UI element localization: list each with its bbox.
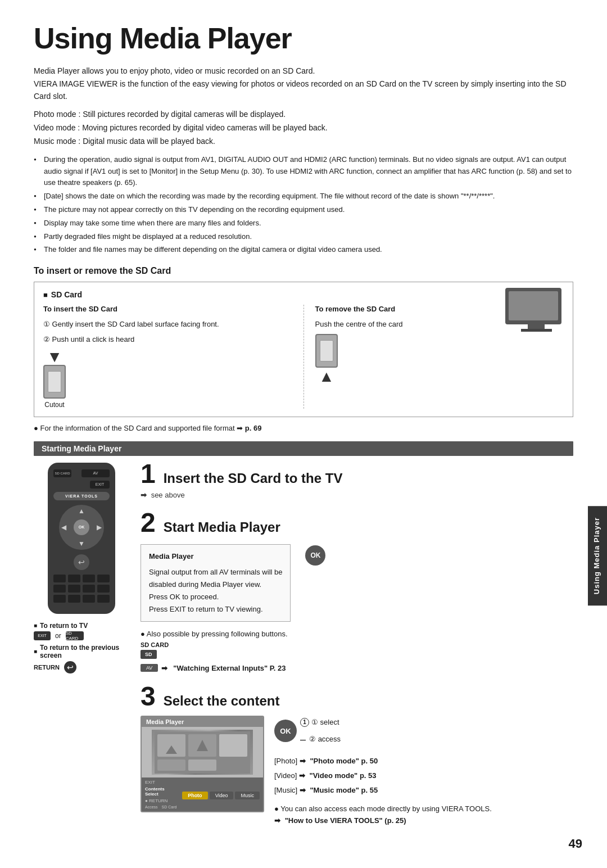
ok-select-area: OK 1 ① select – ② access [Photo] ➡ "Phot…: [274, 716, 492, 826]
viera-tools-ref: "How to Use VIERA TOOLS" (p. 25): [285, 816, 406, 825]
sd-insert-section: SD Card To insert the SD Card ① Gently i…: [34, 282, 573, 417]
return-to-tv-title: To return to TV: [34, 622, 129, 630]
sd-insert-title: To insert the SD Card: [43, 305, 292, 313]
sd-remove-diagram: ▼: [315, 334, 564, 386]
step2-row: Media Player Signal output from all AV t…: [141, 540, 573, 626]
remote-num-btn-2[interactable]: [68, 575, 80, 582]
return-mini-label: ● RETURN: [145, 798, 167, 803]
access-mini-label: Access: [145, 805, 158, 809]
bullet-1: During the operation, audio signal is ou…: [34, 154, 573, 189]
also-note: ● You can also access each mode directly…: [274, 803, 492, 827]
page-number: 49: [569, 837, 582, 851]
step2-title: Start Media Player: [164, 519, 280, 535]
info-ref: ● For the information of the SD Card and…: [34, 424, 573, 432]
music-button[interactable]: Music: [235, 792, 260, 799]
watching-text: "Watching External Inputs" P. 23: [173, 664, 286, 672]
step3-number: 3: [141, 683, 156, 710]
bullet-6: The folder and file names may be differe…: [34, 244, 573, 256]
steps-content: 1 Insert the SD Card to the TV ➡ see abo…: [129, 463, 573, 839]
remote-num-btn-3[interactable]: [83, 575, 95, 582]
mp-titlebar: Media Player: [142, 717, 263, 727]
tv-body: [505, 288, 561, 324]
step1-number: 1: [141, 460, 156, 487]
music-mode-text: Music mode : Digital music data will be …: [34, 135, 573, 148]
remote-num-btn-9[interactable]: [53, 595, 66, 603]
mode-list: Photo mode : Still pictures recorded by …: [34, 108, 573, 148]
remote-num-btn-1[interactable]: [53, 575, 66, 582]
sdcard-mini-label: SD Card: [162, 805, 177, 809]
mp-content-area: [142, 727, 263, 777]
sd-card-title: SD Card: [43, 290, 564, 299]
remote-vieratools-btn[interactable]: VIERA TOOLS: [53, 492, 110, 500]
page: Using Media Player Media Player allows y…: [0, 0, 607, 868]
bullet-3: The picture may not appear correctly on …: [34, 204, 573, 216]
remote-dpad[interactable]: ▲ ▼ ◀ ▶ OK: [59, 505, 104, 550]
remote-num-btn-11[interactable]: [83, 595, 95, 603]
video-button[interactable]: Video: [210, 792, 234, 799]
remote-body: SD CARD AV EXIT VIERA TOOLS: [48, 463, 115, 614]
video-link: [Video] ➡ "Video mode" p. 53: [274, 768, 492, 783]
svg-rect-5: [188, 760, 216, 771]
remote-exit-row: EXIT: [53, 481, 110, 489]
remote-num-btn-5[interactable]: [53, 585, 66, 593]
step2-ok-area: OK: [298, 540, 325, 566]
step2-number: 2: [141, 509, 156, 536]
return-to-tv-icons: EXIT or SD CARD: [34, 631, 129, 640]
remote-num-btn-8[interactable]: [97, 585, 110, 593]
sd-insert-columns: To insert the SD Card ① Gently insert th…: [43, 305, 564, 409]
media-player-screen: Media Player: [141, 716, 264, 812]
step1-title: Insert the SD Card to the TV: [164, 471, 343, 486]
music-dest: "Music mode" p. 55: [310, 786, 378, 794]
ok-button-graphic: OK: [305, 545, 325, 566]
mp-contents-bar: EXIT Contents Select ● RETURN Access SD …: [142, 777, 263, 811]
svg-rect-4: [157, 760, 185, 771]
photo-dest: "Photo mode" p. 50: [310, 757, 378, 765]
step2-box-line2: disabled during Media Player view.: [149, 578, 282, 591]
remote-num-btn-7[interactable]: [83, 585, 95, 593]
remote-exit-btn[interactable]: EXIT: [90, 481, 110, 489]
step3-title: Select the content: [164, 693, 280, 709]
sd-section-heading: To insert or remove the SD Card: [34, 266, 573, 276]
ok-big-button: OK: [274, 720, 297, 742]
step2-header: 2 Start Media Player: [141, 512, 573, 537]
remote-num-btn-6[interactable]: [68, 585, 80, 593]
also-possible-text: ● Also possible by pressing following bu…: [141, 630, 573, 638]
av-button[interactable]: AV: [141, 664, 158, 672]
sd-step1: ① Gently insert the SD Card label surfac…: [43, 319, 292, 331]
step3-block: 3 Select the content Media Player: [141, 685, 573, 826]
slot-card: [48, 371, 61, 392]
remote-area: SD CARD AV EXIT VIERA TOOLS: [34, 463, 129, 839]
remote-av-btn[interactable]: AV: [81, 469, 110, 477]
slot-remove-box: [315, 334, 338, 368]
step2-box-title: Media Player: [149, 550, 282, 563]
return-to-tv-label: To return to TV EXIT or SD CARD: [34, 622, 129, 640]
remote-return-btn[interactable]: ↩: [74, 554, 89, 570]
step1-block: 1 Insert the SD Card to the TV ➡ see abo…: [141, 463, 573, 499]
step2-block: 2 Start Media Player Media Player Signal…: [141, 512, 573, 673]
return-icon: ↩: [64, 661, 76, 673]
info-ref-page: p. 69: [245, 424, 262, 432]
remote-num-btn-10[interactable]: [68, 595, 80, 603]
remote-num-btn-4[interactable]: [97, 575, 110, 582]
remote-sdcard-btn[interactable]: SD CARD: [53, 469, 71, 477]
dpad-ok-btn[interactable]: OK: [74, 519, 89, 535]
av-row: AV ➡ "Watching External Inputs" P. 23: [141, 663, 573, 673]
page-title: Using Media Player: [34, 22, 573, 55]
tv-graphic: [505, 288, 567, 333]
photo-link: [Photo] ➡ "Photo mode" p. 50: [274, 754, 492, 768]
step2-box-line3: Press OK to proceed.: [149, 591, 282, 603]
intro-line1: Media Player allows you to enjoy photo, …: [34, 65, 573, 77]
slot-remove-diagram: ▼: [315, 334, 338, 386]
photo-button[interactable]: Photo: [182, 792, 208, 799]
thumbnail-graphic: [155, 731, 250, 774]
remote-num-btn-12[interactable]: [97, 595, 110, 603]
select-list: 1 ① select – ② access: [300, 716, 341, 748]
sd-card-button[interactable]: SD: [141, 650, 157, 659]
step3-header: 3 Select the content: [141, 685, 573, 711]
sd-step2: ② Push until a click is heard: [43, 334, 292, 346]
remote-btns-row-1: [53, 575, 110, 582]
bullet-4: Display may take some time when there ar…: [34, 218, 573, 229]
slot-box: [43, 365, 66, 399]
mode-links: [Photo] ➡ "Photo mode" p. 50 [Video] ➡ "…: [274, 754, 492, 798]
slot-remove-card: [320, 340, 333, 361]
